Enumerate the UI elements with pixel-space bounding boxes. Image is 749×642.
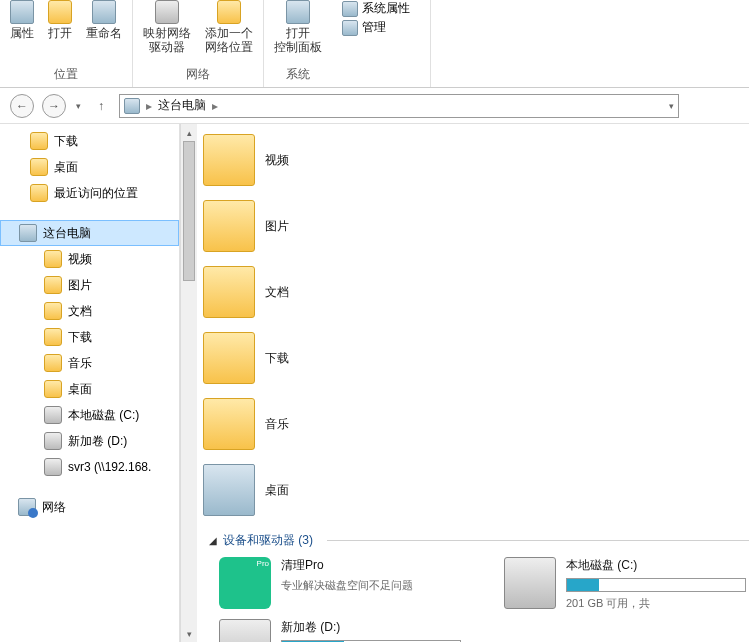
folder-icon	[203, 134, 255, 186]
folder-icon	[203, 200, 255, 252]
breadcrumb-sep-icon: ▸	[146, 99, 152, 113]
folder-label: 视频	[265, 152, 289, 169]
scroll-up-icon[interactable]: ▴	[181, 124, 197, 141]
tree-item-label: 桌面	[54, 159, 78, 176]
tree-item-label: 视频	[68, 251, 92, 268]
tree-downloads2[interactable]: 下载	[0, 324, 179, 350]
folder-label: 文档	[265, 284, 289, 301]
folder-videos[interactable]: 视频	[203, 130, 503, 190]
folder-icon	[203, 332, 255, 384]
device-disk-c[interactable]: 本地磁盘 (C:) 201 GB 可用，共	[504, 557, 749, 611]
tree-item-label: svr3 (\\192.168.	[68, 460, 151, 474]
scroll-down-icon[interactable]: ▾	[181, 625, 197, 642]
tree-desktop2[interactable]: 桌面	[0, 376, 179, 402]
folder-pictures[interactable]: 图片	[203, 196, 503, 256]
history-dropdown[interactable]: ▾	[74, 101, 83, 111]
ribbon-group-label: 位置	[54, 64, 78, 87]
system-properties-icon	[342, 1, 358, 17]
tree-item-label: 文档	[68, 303, 92, 320]
ribbon: 属性 打开 重命名 位置 映射网络 驱动器 添加一个 网络位置 网络	[0, 0, 749, 88]
tree-documents[interactable]: 文档	[0, 298, 179, 324]
ribbon-group-system: 打开 控制面板 系统 系统属性 管理	[264, 0, 431, 87]
control-panel-icon	[286, 0, 310, 24]
folder-music[interactable]: 音乐	[203, 394, 503, 454]
system-properties-label: 系统属性	[362, 0, 410, 17]
folder-label: 桌面	[265, 482, 289, 499]
tree-item-label: 图片	[68, 277, 92, 294]
tree-music[interactable]: 音乐	[0, 350, 179, 376]
tree-item-label: 桌面	[68, 381, 92, 398]
tree-item-label: 最近访问的位置	[54, 185, 138, 202]
tree-desktop[interactable]: 桌面	[0, 154, 179, 180]
drive-icon	[44, 406, 62, 424]
tree-item-label: 新加卷 (D:)	[68, 433, 127, 450]
tree-scrollbar[interactable]: ▴ ▾	[180, 124, 197, 642]
back-button[interactable]: ←	[10, 94, 34, 118]
tree-downloads[interactable]: 下载	[0, 128, 179, 154]
tree-network[interactable]: 网络	[0, 494, 179, 520]
properties-icon	[10, 0, 34, 24]
tree-disk-c[interactable]: 本地磁盘 (C:)	[0, 402, 179, 428]
ribbon-group-network: 映射网络 驱动器 添加一个 网络位置 网络	[133, 0, 264, 87]
address-dropdown-icon[interactable]: ▾	[669, 101, 674, 111]
drive-icon	[44, 432, 62, 450]
tree-disk-d[interactable]: 新加卷 (D:)	[0, 428, 179, 454]
content-pane: 视频 图片 文档 下载 音乐 桌面 ◢ 设备和驱动器 (3) 清理Pro 专业解…	[197, 124, 749, 642]
manage-button[interactable]: 管理	[342, 19, 410, 36]
device-name: 本地磁盘 (C:)	[566, 557, 746, 574]
tree-item-label: 音乐	[68, 355, 92, 372]
pc-icon	[124, 98, 140, 114]
folder-downloads[interactable]: 下载	[203, 328, 503, 388]
usage-bar	[566, 578, 746, 592]
properties-button[interactable]: 属性	[10, 0, 34, 40]
folder-icon	[203, 266, 255, 318]
tree-videos[interactable]: 视频	[0, 246, 179, 272]
map-drive-button[interactable]: 映射网络 驱动器	[143, 0, 191, 54]
open-button[interactable]: 打开	[48, 0, 72, 40]
up-button[interactable]: ↑	[91, 96, 111, 116]
forward-button[interactable]: →	[42, 94, 66, 118]
address-bar[interactable]: ▸ 这台电脑 ▸ ▾	[119, 94, 679, 118]
folder-icon	[44, 276, 62, 294]
drive-icon	[504, 557, 556, 609]
add-location-button[interactable]: 添加一个 网络位置	[205, 0, 253, 54]
device-disk-d[interactable]: 新加卷 (D:) 196 GB 可用，共 299 GB	[219, 619, 519, 642]
tree-this-pc[interactable]: 这台电脑	[0, 220, 179, 246]
system-properties-button[interactable]: 系统属性	[342, 0, 410, 17]
tree-item-label: 本地磁盘 (C:)	[68, 407, 139, 424]
ribbon-group-label: 系统	[286, 64, 310, 87]
tree-svr3[interactable]: svr3 (\\192.168.	[0, 454, 179, 480]
folder-icon	[30, 158, 48, 176]
map-drive-icon	[155, 0, 179, 24]
navigation-bar: ← → ▾ ↑ ▸ 这台电脑 ▸ ▾	[0, 88, 749, 124]
tree-item-label: 这台电脑	[43, 225, 91, 242]
device-name: 新加卷 (D:)	[281, 619, 461, 636]
folder-icon	[44, 380, 62, 398]
breadcrumb-root[interactable]: 这台电脑	[158, 97, 206, 114]
manage-icon	[342, 20, 358, 36]
folder-icon	[44, 354, 62, 372]
folder-label: 音乐	[265, 416, 289, 433]
device-name: 清理Pro	[281, 557, 413, 574]
folder-icon	[44, 250, 62, 268]
device-cleanpro[interactable]: 清理Pro 专业解决磁盘空间不足问题	[219, 557, 464, 611]
open-icon	[48, 0, 72, 24]
app-icon	[219, 557, 271, 609]
open-control-panel-button[interactable]: 打开 控制面板	[274, 0, 322, 54]
add-location-label: 添加一个 网络位置	[205, 26, 253, 54]
tree-item-label: 网络	[42, 499, 66, 516]
folder-label: 下载	[265, 350, 289, 367]
folder-documents[interactable]: 文档	[203, 262, 503, 322]
tree-recent[interactable]: 最近访问的位置	[0, 180, 179, 206]
device-sub: 专业解决磁盘空间不足问题	[281, 578, 413, 593]
folder-desktop[interactable]: 桌面	[203, 460, 503, 520]
folder-icon	[30, 132, 48, 150]
tree-pictures[interactable]: 图片	[0, 272, 179, 298]
collapse-icon[interactable]: ◢	[209, 535, 217, 546]
scroll-thumb[interactable]	[183, 141, 195, 281]
folder-icon	[30, 184, 48, 202]
breadcrumb-sep-icon: ▸	[212, 99, 218, 113]
network-drive-icon	[44, 458, 62, 476]
folder-icon	[44, 328, 62, 346]
rename-button[interactable]: 重命名	[86, 0, 122, 40]
